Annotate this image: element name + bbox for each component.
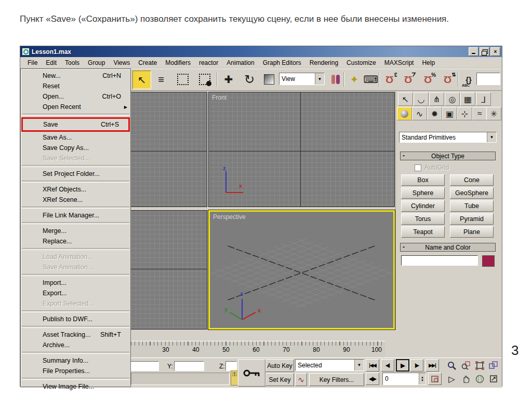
file-menu-item[interactable]: ▶ — [22, 207, 129, 209]
rectangular-selection-region-button[interactable] — [174, 71, 192, 88]
menu-bar-item[interactable]: Views — [109, 58, 134, 67]
select-and-manipulate-button[interactable]: ✦ — [345, 71, 363, 88]
file-menu-item[interactable]: ▶ — [22, 326, 129, 328]
file-menu-item[interactable]: XRef Objects... ▶ — [21, 184, 130, 195]
file-menu-item[interactable]: Set Project Folder... ▶ — [21, 169, 130, 179]
primitive-category-dropdown[interactable]: Standard Primitives ▼ — [399, 132, 497, 143]
primitive-button[interactable]: Box — [401, 174, 445, 186]
file-menu-item[interactable]: XRef Scene... ▶ — [21, 195, 130, 205]
name-and-color-rollout-header[interactable]: - Name and Color — [400, 243, 496, 252]
named-selection-set-field[interactable] — [476, 73, 500, 85]
file-menu-item[interactable]: ▶ — [22, 310, 129, 312]
file-menu-item[interactable]: Open Recent ▶ — [21, 102, 130, 112]
select-and-move-button[interactable]: ✚ — [220, 71, 237, 88]
primitive-button[interactable]: Torus — [401, 213, 445, 225]
viewport-top-left[interactable] — [130, 92, 207, 207]
menu-bar-item[interactable]: Create — [134, 58, 161, 67]
menu-bar-item[interactable]: MAXScript — [380, 58, 418, 67]
file-menu-item[interactable]: View Image File... ▶ — [21, 381, 130, 392]
file-menu-item[interactable]: ▶ — [22, 248, 129, 250]
primitive-button[interactable]: Cone — [450, 174, 494, 186]
file-menu-item[interactable]: Save As... ▶ — [21, 132, 130, 143]
keyboard-shortcut-override-button[interactable]: ⌨ — [362, 71, 380, 88]
selection-lock-toggle[interactable]: ⚿ — [231, 370, 238, 386]
next-frame-button[interactable]: |▶ — [410, 359, 423, 372]
file-menu-item[interactable]: File Properties... ▶ — [21, 366, 130, 376]
timeline-ruler[interactable]: 30405060708090100 — [131, 341, 385, 357]
x-coordinate-field[interactable] — [129, 361, 159, 371]
percent-snap-toggle-button[interactable]: Ω% — [419, 71, 437, 88]
zoom-extents-button[interactable] — [473, 359, 486, 372]
tab-motion[interactable]: ◎ — [445, 92, 460, 106]
title-bar[interactable]: Lesson1.max × — [20, 46, 502, 57]
category-helpers-button[interactable]: ⊹ — [457, 107, 472, 120]
spinner-snap-toggle-button[interactable]: Ω⇅ — [439, 71, 457, 88]
maximize-viewport-toggle-button[interactable] — [487, 373, 500, 385]
menu-bar-item[interactable]: Group — [84, 58, 109, 67]
file-menu-item[interactable]: ▶ — [22, 165, 129, 167]
key-mode-toggle-button[interactable]: ◀|▶ — [366, 373, 379, 385]
menu-bar-item[interactable]: Edit — [42, 58, 61, 67]
file-menu-item[interactable]: Asset Tracking... Shift+T ▶ — [21, 330, 130, 340]
object-color-swatch[interactable] — [482, 255, 495, 267]
file-menu-item[interactable]: Summary Info... ▶ — [21, 355, 130, 366]
menu-bar-item[interactable]: Graph Editors — [259, 58, 305, 67]
file-menu-item[interactable]: Open... Ctrl+O ▶ — [21, 91, 130, 102]
use-pivot-point-center-button[interactable] — [327, 71, 344, 88]
category-lights-button[interactable]: ✹ — [427, 107, 442, 120]
file-menu-item[interactable]: ▶ — [22, 222, 129, 224]
category-spacewarps-button[interactable]: ≈ — [472, 107, 487, 120]
zoom-all-button[interactable] — [459, 359, 472, 372]
auto-key-button[interactable]: Auto Key — [265, 359, 294, 372]
viewport-front[interactable]: Front z x — [208, 92, 395, 207]
zoom-extents-all-button[interactable] — [487, 359, 500, 372]
file-menu-item[interactable]: ▶ — [22, 114, 129, 116]
select-object-button[interactable]: ↖ — [132, 71, 151, 89]
close-button[interactable]: × — [490, 47, 500, 56]
file-menu-item[interactable]: Publish to DWF... ▶ — [21, 314, 130, 324]
minimize-button[interactable] — [469, 47, 478, 56]
object-name-field[interactable] — [401, 255, 478, 266]
menu-bar-item[interactable]: Rendering — [305, 58, 342, 67]
frame-spinner-down-icon[interactable]: ▼ — [421, 379, 424, 382]
selection-filter-button[interactable] — [196, 71, 214, 88]
primitive-button[interactable]: Sphere — [401, 187, 445, 199]
category-systems-button[interactable]: ✳ — [486, 107, 501, 120]
file-menu-item[interactable]: File Link Manager... ▶ — [21, 210, 130, 221]
angle-snap-toggle-button[interactable]: Ω∠ — [400, 71, 417, 88]
selection-set-dropdown[interactable]: Selected ▼ — [295, 359, 364, 371]
file-menu-item[interactable]: Save Animation... ▶ — [21, 262, 130, 272]
dropdown-arrow-icon[interactable]: ▼ — [487, 132, 496, 142]
menu-bar-item[interactable]: Modifiers — [161, 58, 195, 67]
file-menu-item[interactable]: Reset ▶ — [21, 81, 130, 91]
default-tangent-button[interactable]: ∿ — [295, 373, 307, 386]
menu-bar-item[interactable]: Animation — [222, 58, 258, 67]
category-geometry-button[interactable] — [397, 107, 412, 120]
dropdown-arrow-icon[interactable]: ▼ — [354, 360, 364, 370]
primitive-button[interactable]: Teapot — [401, 226, 445, 238]
pan-button[interactable] — [459, 373, 472, 385]
file-menu-item[interactable]: Export... ▶ — [21, 288, 130, 298]
file-menu-item[interactable]: ▶ — [22, 378, 129, 380]
tab-display[interactable]: ▦ — [460, 92, 475, 106]
primitive-button[interactable]: GeoSphere — [450, 187, 494, 199]
reference-coordinate-system-dropdown[interactable]: View ▼ — [279, 73, 325, 85]
y-coordinate-field[interactable] — [174, 361, 204, 371]
file-menu-item[interactable]: Archive... ▶ — [21, 340, 130, 350]
viewport-perspective[interactable]: Perspective — [208, 210, 395, 330]
snaps-toggle-button[interactable]: Ω3 — [381, 71, 398, 88]
set-keys-button[interactable] — [238, 359, 265, 387]
category-cameras-button[interactable]: ▣ — [442, 107, 457, 120]
field-of-view-button[interactable]: ▷ — [445, 373, 458, 385]
file-menu-item[interactable]: New... Ctrl+N ▶ — [21, 71, 130, 81]
file-menu-item[interactable]: Save Selected... ▶ — [21, 153, 130, 163]
go-to-end-button[interactable]: ▶▶| — [425, 359, 439, 372]
menu-bar-item[interactable]: Help — [418, 58, 439, 67]
file-menu-item[interactable]: Replace... ▶ — [21, 236, 130, 246]
set-key-button[interactable]: Set Key — [265, 373, 294, 386]
tab-hierarchy[interactable]: ⋔ — [429, 92, 444, 106]
file-menu-item[interactable]: Save Copy As... ▶ — [21, 143, 130, 153]
restore-button[interactable] — [480, 47, 489, 56]
autogrid-checkbox[interactable] — [415, 164, 421, 171]
go-to-start-button[interactable]: |◀◀ — [366, 359, 379, 372]
